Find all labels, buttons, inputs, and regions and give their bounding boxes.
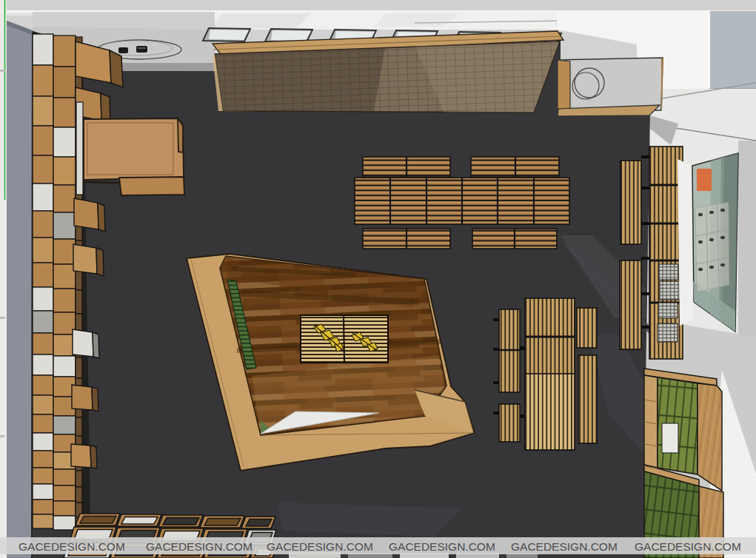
svg-text:GACEDESIGN.COM: GACEDESIGN.COM	[19, 540, 125, 553]
svg-text:GACEDESIGN.COM: GACEDESIGN.COM	[146, 540, 252, 553]
svg-text:GACEDESIGN.COM: GACEDESIGN.COM	[635, 540, 741, 553]
svg-text:GACEDESIGN.COM: GACEDESIGN.COM	[267, 540, 373, 553]
svg-text:GACEDESIGN.COM: GACEDESIGN.COM	[511, 540, 618, 553]
svg-text:GACEDESIGN.COM: GACEDESIGN.COM	[389, 540, 495, 553]
